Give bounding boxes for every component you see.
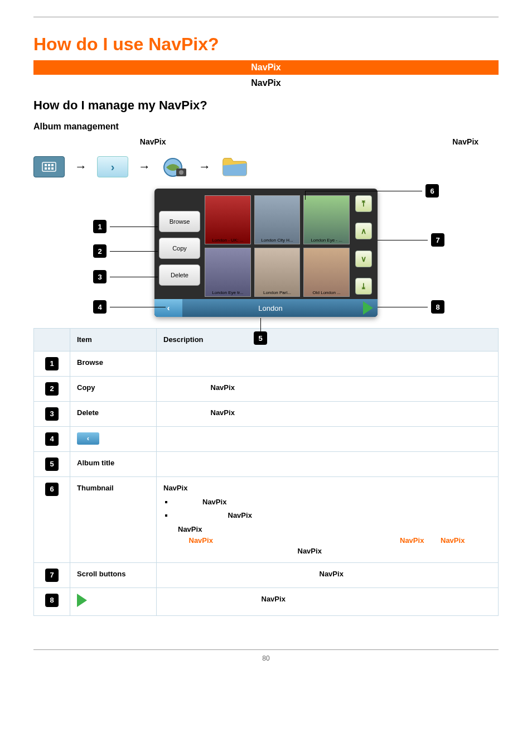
row-num: 4	[45, 432, 59, 446]
table-row: 7 Scroll buttons xxxxxxxxxxxxxxxxxxxxxxx…	[34, 562, 499, 588]
callout-5: 5	[254, 331, 267, 345]
table-head-item: Item	[70, 329, 157, 351]
svg-rect-4	[45, 167, 47, 170]
title-pre: How do I use	[33, 34, 148, 54]
table-row: 2 Copy xxxxxxxxxxxxxNavPix	[34, 376, 499, 401]
go-icon[interactable]	[363, 301, 373, 315]
brand-label: NavPix	[298, 547, 322, 555]
row-item: Delete	[70, 401, 157, 426]
svg-rect-5	[48, 167, 50, 170]
row-item: Thumbnail	[70, 476, 157, 562]
go-icon	[77, 594, 87, 607]
h2-pre: How do I manage my	[33, 98, 159, 112]
title-post: ?	[208, 34, 219, 54]
h2-brand: NavPix	[159, 98, 200, 112]
table-row: 8 xxxxxxxxxxxxxxxxxxxxxxxxxxxNavPix	[34, 588, 499, 616]
brand-label: NavPix	[211, 408, 235, 417]
list-item: xxxxxxxxxxxxxxxNavPix	[173, 510, 491, 521]
brand-label: NavPix	[228, 511, 252, 519]
row-desc	[157, 451, 499, 476]
svg-rect-0	[42, 162, 56, 171]
brand-label: NavPix	[163, 484, 187, 492]
callout-6: 6	[425, 184, 439, 198]
browse-button[interactable]: Browse	[159, 211, 200, 232]
row-desc	[157, 351, 499, 376]
page-footer: 80	[33, 649, 499, 662]
grid-icon	[33, 156, 65, 177]
scroll-down-icon[interactable]: ∨	[355, 251, 372, 267]
page-title: How do I use NavPix?	[33, 34, 499, 55]
delete-button[interactable]: Delete	[159, 264, 200, 286]
brand-label: NavPix	[262, 595, 286, 603]
callout-2: 2	[93, 244, 107, 258]
intro-line: xxxxxxxxxxxxxxxxxxxxxxxx NavPix xxxxxxxx…	[33, 137, 499, 146]
intro-brand1: NavPix	[140, 137, 166, 146]
svg-rect-1	[45, 164, 47, 166]
subsubheading: Album management	[33, 122, 499, 132]
annotated-screenshot: Browse Copy Delete London - UK: ... Lond…	[99, 189, 433, 317]
back-icon: ‹	[77, 432, 99, 445]
brand-label: NavPix	[202, 498, 226, 506]
row-num: 6	[45, 483, 59, 496]
bar-brand: NavPix	[251, 62, 280, 72]
brand-label: NavPix	[178, 525, 202, 533]
folder-icon	[221, 155, 249, 179]
album-title: London	[182, 304, 359, 312]
page-number: 80	[262, 654, 269, 662]
arrow-icon: →	[138, 160, 151, 174]
breadcrumb: → › → →	[33, 155, 499, 179]
svg-point-9	[179, 170, 183, 175]
row-num: 1	[45, 357, 59, 370]
callout-8: 8	[431, 300, 444, 314]
table-row: 1 Browse	[34, 351, 499, 376]
brand-label: NavPix	[320, 570, 344, 578]
table-row: 5 Album title	[34, 451, 499, 476]
row-item: Scroll buttons	[70, 562, 157, 588]
row-item: ‹	[70, 426, 157, 451]
scroll-top-icon[interactable]: ⤒	[355, 195, 372, 212]
row-num: 5	[45, 458, 59, 471]
navpix-link[interactable]: NavPix	[189, 536, 213, 545]
row-num: 8	[45, 594, 59, 607]
thumbnail[interactable]: London Parl...	[254, 248, 301, 297]
row-num: 7	[45, 569, 59, 582]
subheading: How do I manage my NavPix?	[33, 98, 499, 113]
table-row: 3 Delete xxxxxxxxxxxxxNavPix	[34, 401, 499, 426]
row-desc	[157, 426, 499, 451]
navpix-link[interactable]: NavPix	[400, 536, 424, 545]
thumbnail[interactable]: Old London ...	[303, 248, 350, 297]
table-head-blank	[34, 329, 70, 351]
thumbnail[interactable]: London Eye tr...	[205, 248, 251, 297]
svg-rect-2	[48, 164, 50, 166]
next-button-icon: ›	[97, 156, 128, 177]
row-item: Copy	[70, 376, 157, 401]
globe-camera-icon	[161, 155, 188, 179]
table-row: 6 Thumbnail NavPix xxxxxxxxNavPix xxxxxx…	[34, 476, 499, 562]
table-row: 4 ‹	[34, 426, 499, 451]
table-head-desc: Description	[157, 329, 499, 351]
callout-4: 4	[93, 300, 107, 314]
brand-label: NavPix	[211, 383, 235, 392]
section-bar: NavPix	[33, 60, 499, 75]
list-item: xxxxxxxxNavPix	[173, 497, 491, 508]
scroll-up-icon[interactable]: ∧	[355, 223, 372, 239]
navpix-link[interactable]: NavPix	[441, 536, 465, 545]
row-num: 3	[45, 407, 59, 421]
intro-brand2: NavPix	[452, 137, 478, 146]
callout-3: 3	[93, 270, 107, 283]
row-item: Album title	[70, 451, 157, 476]
copy-button[interactable]: Copy	[159, 238, 200, 259]
description-table: Item Description 1 Browse 2 Copy xxxxxxx…	[33, 328, 499, 616]
arrow-icon: →	[199, 160, 211, 174]
title-brand: NavPix	[148, 34, 208, 54]
section-subbar: NavPix	[33, 75, 499, 90]
thumbnail[interactable]: London City H...	[254, 195, 301, 244]
arrow-icon: →	[75, 160, 87, 174]
thumbnail[interactable]: London - UK: ...	[205, 195, 251, 244]
scroll-bottom-icon[interactable]: ⤓	[355, 278, 372, 295]
callout-1: 1	[93, 220, 107, 233]
svg-rect-6	[51, 167, 54, 170]
thumbnail[interactable]: London Eye - ...	[303, 195, 350, 244]
row-num: 2	[45, 382, 59, 396]
row-item	[70, 588, 157, 616]
